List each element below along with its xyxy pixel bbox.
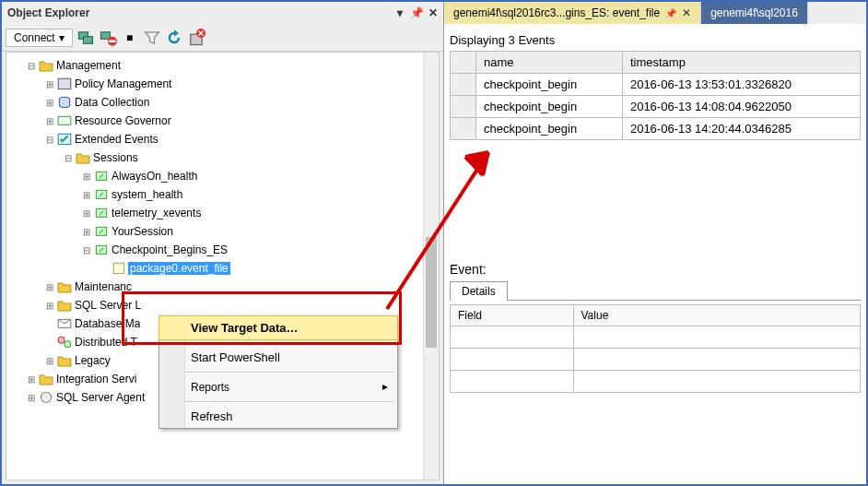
tree-sessions[interactable]: ⊟Sessions — [6, 148, 439, 167]
svg-rect-16 — [113, 263, 123, 273]
connect-button[interactable]: Connect ▾ — [6, 29, 73, 47]
menu-separator — [163, 401, 393, 402]
expand-icon[interactable]: ⊞ — [43, 282, 56, 292]
tree-extended-events[interactable]: ⊟Extended Events — [6, 130, 439, 148]
tree-sqlserver-logs[interactable]: ⊞SQL Server L — [6, 296, 439, 314]
close-icon[interactable]: ✕ — [427, 6, 440, 19]
tab-bar: genemi4f\sql2016rc3...gins_ES: event_fil… — [444, 2, 866, 24]
expand-icon[interactable]: ⊞ — [80, 227, 93, 237]
expand-icon[interactable]: ⊞ — [43, 356, 56, 366]
tab-other[interactable]: genemi4f\sql2016 — [701, 2, 808, 24]
scrollbar-thumb[interactable] — [426, 237, 437, 348]
tree-yoursession[interactable]: ⊞YourSession — [6, 222, 439, 241]
disconnect-icon[interactable] — [99, 29, 117, 47]
toolbar: Connect ▾ ■ — [2, 24, 443, 52]
collapse-icon[interactable]: ⊟ — [62, 153, 75, 163]
table-row — [451, 349, 861, 371]
expand-icon[interactable]: ⊞ — [43, 116, 56, 126]
xevents-icon — [56, 132, 73, 147]
refresh-icon[interactable] — [165, 29, 183, 47]
table-row — [451, 326, 861, 349]
session-icon — [93, 187, 110, 202]
table-row[interactable]: checkpoint_begin2016-06-13 14:08:04.9622… — [451, 96, 861, 118]
menu-start-powershell[interactable]: Start PowerShell — [159, 346, 397, 369]
svg-rect-2 — [100, 31, 110, 39]
svg-point-19 — [65, 341, 71, 348]
expand-icon[interactable]: ⊞ — [43, 79, 56, 89]
tree-checkpoint[interactable]: ⊟Checkpoint_Begins_ES — [6, 241, 439, 259]
filter-icon[interactable] — [143, 29, 161, 47]
scrollbar[interactable] — [423, 53, 439, 480]
menu-reports[interactable]: Reports▸ — [159, 375, 397, 398]
pin-icon[interactable]: 📌 — [665, 8, 676, 18]
tree-system-health[interactable]: ⊞system_health — [6, 185, 439, 204]
svg-point-18 — [58, 337, 65, 343]
folder-icon — [38, 372, 54, 386]
col-name[interactable]: name — [476, 52, 623, 74]
expand-icon[interactable]: ⊞ — [25, 393, 38, 403]
collapse-icon[interactable]: ⊟ — [43, 135, 56, 145]
table-row[interactable]: checkpoint_begin2016-06-13 13:53:01.3326… — [451, 74, 861, 96]
panel-title: Object Explorer — [7, 6, 89, 19]
collapse-icon[interactable]: ⊟ — [25, 61, 38, 71]
col-value[interactable]: Value — [573, 305, 861, 326]
col-field[interactable]: Field — [451, 305, 574, 326]
expand-icon[interactable]: ⊞ — [80, 190, 93, 200]
table-row — [451, 371, 861, 393]
tree-policy[interactable]: ⊞Policy Management — [6, 75, 439, 93]
event-label: Event: — [450, 262, 861, 280]
stop-icon[interactable]: ■ — [121, 29, 139, 47]
session-icon — [93, 206, 110, 220]
chevron-down-icon: ▾ — [59, 31, 65, 44]
panel-dropdown-icon[interactable]: ▾ — [393, 6, 406, 19]
tree-management[interactable]: ⊟Management — [6, 56, 439, 75]
events-panel: genemi4f\sql2016rc3...gins_ES: event_fil… — [444, 2, 866, 484]
mail-icon — [56, 316, 73, 331]
delete-icon[interactable] — [187, 29, 205, 47]
svg-rect-1 — [83, 36, 92, 43]
expand-icon[interactable]: ⊞ — [43, 98, 56, 108]
tab-event-file[interactable]: genemi4f\sql2016rc3...gins_ES: event_fil… — [444, 2, 701, 24]
svg-point-20 — [41, 392, 51, 402]
svg-rect-4 — [109, 40, 116, 42]
policy-icon — [56, 77, 73, 91]
folder-icon — [38, 58, 54, 73]
close-icon[interactable]: ✕ — [682, 6, 691, 19]
context-menu: View Target Data… Start PowerShell Repor… — [158, 315, 398, 429]
session-icon — [93, 243, 110, 257]
session-icon — [93, 169, 110, 184]
target-icon — [111, 261, 128, 276]
tree-package0[interactable]: package0.event_file — [6, 259, 439, 278]
folder-icon — [56, 298, 73, 313]
tab-details[interactable]: Details — [450, 281, 508, 301]
folder-icon — [56, 353, 73, 368]
folder-icon — [56, 279, 73, 294]
tree-resource-gov[interactable]: ⊞Resource Governor — [6, 112, 439, 130]
collapse-icon[interactable]: ⊟ — [80, 245, 93, 255]
pin-icon[interactable]: 📌 — [410, 6, 423, 19]
menu-separator — [163, 342, 393, 343]
agent-icon — [38, 390, 54, 405]
table-row[interactable]: checkpoint_begin2016-06-13 14:20:44.0346… — [451, 118, 861, 140]
connect-icon[interactable] — [76, 29, 95, 47]
expand-icon[interactable]: ⊞ — [80, 172, 93, 182]
tree-telemetry[interactable]: ⊞telemetry_xevents — [6, 204, 439, 222]
data-icon — [56, 95, 73, 110]
menu-refresh[interactable]: Refresh — [159, 405, 397, 428]
expand-icon[interactable]: ⊞ — [25, 374, 38, 385]
resource-icon — [56, 113, 73, 128]
rowheader-col — [451, 52, 476, 74]
expand-icon[interactable]: ⊞ — [43, 301, 56, 311]
expand-icon[interactable]: ⊞ — [80, 208, 93, 219]
tree-alwayson[interactable]: ⊞AlwaysOn_health — [6, 167, 439, 185]
details-table: Field Value — [450, 304, 861, 393]
tree-maintenance[interactable]: ⊞Maintenanc — [6, 278, 439, 296]
menu-view-target-data[interactable]: View Target Data… — [158, 315, 398, 340]
tree-data-collection[interactable]: ⊞Data Collection — [6, 93, 439, 112]
svg-rect-7 — [58, 78, 71, 89]
submenu-arrow-icon: ▸ — [382, 380, 388, 393]
events-count-label: Displaying 3 Events — [450, 30, 861, 51]
session-icon — [93, 224, 110, 239]
panel-title-bar: Object Explorer ▾ 📌 ✕ — [2, 2, 443, 24]
col-timestamp[interactable]: timestamp — [622, 52, 860, 74]
